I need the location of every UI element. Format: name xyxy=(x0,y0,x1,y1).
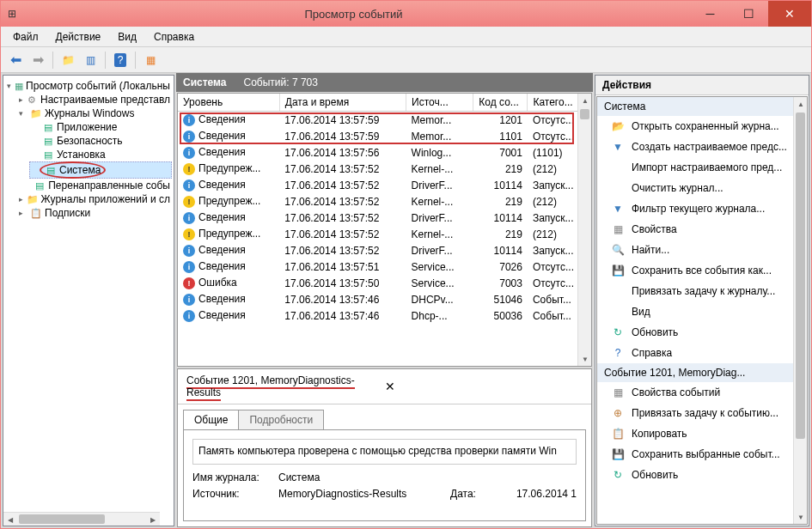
column-header[interactable]: Источ... xyxy=(406,94,473,112)
tab-details[interactable]: Подробности xyxy=(238,410,324,429)
menu-help[interactable]: Справка xyxy=(147,29,201,45)
info-icon: i xyxy=(183,131,195,143)
back-button[interactable]: ⬅ xyxy=(6,51,25,70)
action-group-title[interactable]: Событие 1201, MemoryDiag...▲ xyxy=(597,363,807,382)
action-item[interactable]: ▼Фильтр текущего журнала... xyxy=(597,198,807,219)
event-row[interactable]: iСведения17.06.2014 13:57:59Memor...1101… xyxy=(178,128,591,144)
action-icon: ▼ xyxy=(611,202,625,216)
source-value: MemoryDiagnostics-Results xyxy=(278,488,450,500)
action-icon xyxy=(611,305,625,319)
action-icon: ↻ xyxy=(611,468,625,482)
event-row[interactable]: !Предупреж...17.06.2014 13:57:52Kernel-.… xyxy=(178,226,591,242)
tree-node-журналы-windows[interactable]: ▾📁Журналы Windows xyxy=(17,106,172,120)
up-button[interactable]: 📁 xyxy=(58,51,77,70)
action-item[interactable]: ⊕Привязать задачу к событию... xyxy=(597,403,807,423)
event-row[interactable]: iСведения17.06.2014 13:57:52DriverF...10… xyxy=(178,177,591,193)
detail-message: Память компьютера проверена с помощью ср… xyxy=(192,439,577,465)
warn-icon: ! xyxy=(183,228,195,240)
action-item[interactable]: 📂Открыть сохраненный журна... xyxy=(597,116,807,137)
window-title: Просмотр событий xyxy=(16,8,691,21)
tree-scrollbar-h[interactable]: ◀ ▶ xyxy=(3,512,160,526)
preview-button[interactable]: ▦ xyxy=(141,51,160,70)
tree-node-журналы-приложений-и-сл[interactable]: ▸📁Журналы приложений и сл xyxy=(17,192,172,206)
action-item[interactable]: ▼Создать настраиваемое предс... xyxy=(597,137,807,157)
detail-title: Событие 1201, MemoryDiagnostics-Results xyxy=(186,374,355,401)
action-item[interactable]: ?Справка▶ xyxy=(597,343,807,363)
action-item[interactable]: ↻Обновить xyxy=(597,465,807,485)
source-label: Источник: xyxy=(192,488,278,500)
info-icon: i xyxy=(183,261,195,273)
info-icon: i xyxy=(183,310,195,322)
log-label: Имя журнала: xyxy=(192,471,278,483)
action-item[interactable]: Очистить журнал... xyxy=(597,178,807,198)
event-row[interactable]: iСведения17.06.2014 13:57:59Memor...1201… xyxy=(178,112,591,129)
menu-view[interactable]: Вид xyxy=(111,29,143,45)
menubar: Файл Действие Вид Справка xyxy=(1,27,811,47)
action-icon xyxy=(611,284,625,298)
event-row[interactable]: iСведения17.06.2014 13:57:52DriverF...10… xyxy=(178,242,591,258)
warn-icon: ! xyxy=(183,163,195,175)
action-item[interactable]: 📋Копировать▶ xyxy=(597,423,807,444)
action-item[interactable]: 💾Сохранить выбранные событ... xyxy=(597,444,807,465)
event-row[interactable]: !Ошибка17.06.2014 13:57:50Service...7003… xyxy=(178,275,591,291)
detail-close-button[interactable]: ✕ xyxy=(385,380,583,393)
tree-node-подписки[interactable]: ▸📋Подписки xyxy=(17,206,172,220)
event-row[interactable]: !Предупреж...17.06.2014 13:57:52Kernel-.… xyxy=(178,193,591,210)
action-icon xyxy=(611,161,625,174)
event-row[interactable]: iСведения17.06.2014 13:57:52DriverF...10… xyxy=(178,210,591,226)
action-item[interactable]: 💾Сохранить все события как... xyxy=(597,260,807,281)
action-item[interactable]: Импорт настраиваемого пред... xyxy=(597,157,807,178)
detail-panel: Событие 1201, MemoryDiagnostics-Results … xyxy=(177,368,592,527)
menu-file[interactable]: Файл xyxy=(6,29,46,45)
event-row[interactable]: iСведения17.06.2014 13:57:56Winlog...700… xyxy=(178,144,591,161)
info-icon: i xyxy=(183,179,195,192)
close-button[interactable]: ✕ xyxy=(768,1,811,27)
column-header[interactable]: Дата и время xyxy=(279,94,406,112)
menu-action[interactable]: Действие xyxy=(49,29,108,45)
tree-root[interactable]: ▾▦Просмотр событий (Локальны xyxy=(5,79,172,93)
action-item[interactable]: Привязать задачу к журналу... xyxy=(597,281,807,301)
action-group-title[interactable]: Система▲ xyxy=(597,97,807,116)
action-item[interactable]: ▦Свойства событий xyxy=(597,382,807,403)
tree-node-настраиваемые-представл[interactable]: ▸⚙Настраиваемые представл xyxy=(17,93,172,106)
column-header[interactable]: Уровень xyxy=(178,94,279,112)
action-icon: ? xyxy=(611,346,625,360)
tree-node-установка[interactable]: ▤Установка xyxy=(29,148,172,161)
column-header[interactable]: Код со... xyxy=(473,94,528,112)
action-icon: 💾 xyxy=(611,447,625,461)
event-row[interactable]: iСведения17.06.2014 13:57:51Service...70… xyxy=(178,258,591,275)
tree-node-перенаправленные-собы[interactable]: ▤Перенаправленные собы xyxy=(29,179,172,192)
actions-scrollbar[interactable]: ▲ ▼ xyxy=(793,97,807,524)
minimize-button[interactable]: ─ xyxy=(691,1,730,27)
titlebar: ⊞ Просмотр событий ─ ☐ ✕ xyxy=(1,1,811,27)
event-row[interactable]: iСведения17.06.2014 13:57:46DHCPv...5104… xyxy=(178,291,591,307)
tree-node-безопасность[interactable]: ▤Безопасность xyxy=(29,134,172,148)
info-icon: i xyxy=(183,147,195,159)
info-icon: i xyxy=(183,245,195,257)
action-item[interactable]: 🔍Найти... xyxy=(597,240,807,260)
panel-button[interactable]: ▥ xyxy=(81,51,100,70)
forward-button[interactable]: ➡ xyxy=(28,51,47,70)
tree-node-приложение[interactable]: ▤Приложение xyxy=(29,120,172,134)
maximize-button[interactable]: ☐ xyxy=(730,1,768,27)
log-value: Система xyxy=(278,471,320,483)
list-header: Система Событий: 7 703 xyxy=(176,73,593,92)
action-icon: ▦ xyxy=(611,222,625,236)
err-icon: ! xyxy=(183,277,195,289)
action-icon: ▼ xyxy=(611,140,625,154)
actions-panel: Действия Система▲📂Открыть сохраненный жу… xyxy=(595,75,809,526)
event-row[interactable]: !Предупреж...17.06.2014 13:57:52Kernel-.… xyxy=(178,161,591,177)
help-button[interactable]: ? xyxy=(111,51,130,70)
action-item[interactable]: ▦Свойства xyxy=(597,219,807,240)
actions-header: Действия xyxy=(595,76,809,95)
action-item[interactable]: ↻Обновить xyxy=(597,322,807,343)
list-title: Система xyxy=(183,76,227,88)
action-item[interactable]: Вид▶ xyxy=(597,301,807,322)
sys-icon: ⊞ xyxy=(8,8,16,20)
list-scrollbar[interactable]: ▲ ▼ xyxy=(577,94,591,366)
tab-general[interactable]: Общие xyxy=(183,410,239,429)
tree-node-система[interactable]: ▤Система xyxy=(29,161,172,179)
event-list[interactable]: УровеньДата и времяИсточ...Код со...Кате… xyxy=(177,93,592,367)
event-row[interactable]: iСведения17.06.2014 13:57:46Dhcp-...5003… xyxy=(178,307,591,324)
action-icon: 📂 xyxy=(611,119,625,133)
